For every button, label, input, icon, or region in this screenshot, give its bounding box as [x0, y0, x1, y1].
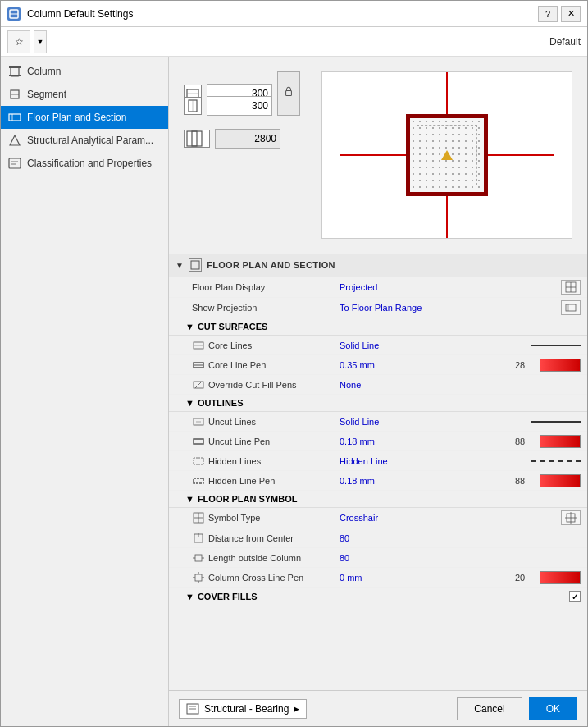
- floor-plan-display-icon[interactable]: [561, 280, 581, 295]
- depth-input[interactable]: [207, 96, 272, 116]
- core-lines-value: Solid Line: [340, 341, 525, 350]
- uncut-lines-value: Solid Line: [340, 417, 525, 427]
- sidebar-item-column[interactable]: Column: [1, 60, 168, 83]
- sidebar-item-structural-label: Structural Analytical Param...: [27, 135, 153, 146]
- sidebar-item-column-label: Column: [27, 66, 61, 77]
- cancel-button[interactable]: Cancel: [457, 697, 522, 720]
- hidden-line-pen-row[interactable]: Hidden Line Pen 0.18 mm 88: [169, 471, 587, 491]
- elevation-icon: [184, 130, 210, 148]
- cross-line-pen-icon: [192, 572, 205, 583]
- core-lines-label: Core Lines: [192, 340, 340, 351]
- hidden-lines-icon: [192, 455, 205, 467]
- core-line-pen-row[interactable]: Core Line Pen 0.35 mm 28: [169, 355, 587, 375]
- prop-area: ▼ FLOOR PLAN AND SECTION Floor Plan Disp…: [169, 254, 587, 690]
- svg-rect-46: [195, 574, 202, 581]
- ok-button[interactable]: OK: [529, 697, 577, 720]
- section-icon: [189, 258, 202, 272]
- svg-rect-4: [9, 75, 21, 76]
- distance-center-row[interactable]: Distance from Center 80: [169, 528, 587, 548]
- sidebar-item-classification[interactable]: Classification and Properties: [1, 152, 168, 175]
- hidden-lines-label: Hidden Lines: [192, 455, 340, 467]
- svg-rect-33: [194, 458, 203, 464]
- core-line-pen-number: 28: [515, 360, 540, 370]
- collapse-symbol[interactable]: ▼: [185, 494, 194, 504]
- favorites-button[interactable]: ☆: [7, 30, 30, 53]
- preview-canvas: [373, 81, 521, 229]
- main-window: Column Default Settings ? ✕ ☆ ▼ Default …: [0, 0, 588, 727]
- show-projection-icon[interactable]: [561, 300, 581, 315]
- cross-line-pen-label: Column Cross Line Pen: [192, 572, 340, 583]
- uncut-line-pen-color[interactable]: [540, 435, 581, 448]
- uncut-line-pen-number: 88: [515, 437, 540, 446]
- sidebar-item-floor-plan[interactable]: Floor Plan and Section: [1, 106, 168, 129]
- svg-rect-23: [566, 304, 576, 311]
- collapse-outlines[interactable]: ▼: [185, 398, 194, 408]
- core-line-pen-value: 0.35 mm: [340, 360, 515, 370]
- toolbar-left: ☆ ▼: [7, 30, 47, 53]
- cover-fills-checkbox[interactable]: ✓: [569, 591, 581, 602]
- override-cut-fill-value: None: [340, 380, 581, 390]
- uncut-line-pen-label: Uncut Line Pen: [192, 436, 340, 447]
- app-icon: [7, 7, 21, 21]
- sidebar-item-classification-label: Classification and Properties: [27, 158, 152, 169]
- show-projection-row[interactable]: Show Projection To Floor Plan Range: [169, 298, 587, 318]
- elevation-input[interactable]: [215, 129, 280, 149]
- crosshair-preview-icon[interactable]: [561, 510, 581, 525]
- triangle-marker: [441, 150, 453, 160]
- collapse-button[interactable]: ▼: [175, 261, 184, 270]
- hidden-line-pen-icon: [192, 475, 205, 487]
- column-preview-box: [406, 114, 488, 196]
- segment-icon: [7, 87, 22, 102]
- override-icon: [192, 379, 205, 391]
- sidebar-item-segment[interactable]: Segment: [1, 83, 168, 106]
- close-button[interactable]: ✕: [561, 6, 581, 22]
- uncut-lines-row[interactable]: Uncut Lines Solid Line: [169, 412, 587, 432]
- help-button[interactable]: ?: [538, 6, 558, 22]
- length-outside-row[interactable]: Length outside Column 80: [169, 548, 587, 568]
- floor-plan-display-value: Projected: [340, 282, 561, 292]
- svg-rect-19: [191, 261, 199, 269]
- right-panel: ▼ FLOOR PLAN AND SECTION Floor Plan Disp…: [169, 57, 587, 726]
- controls-area: [177, 65, 307, 245]
- toolbar: ☆ ▼ Default: [1, 27, 587, 57]
- favorites-dropdown[interactable]: ▼: [34, 30, 47, 53]
- core-line-pen-color[interactable]: [540, 359, 581, 372]
- outlines-header: ▼ OUTLINES: [169, 395, 587, 412]
- symbol-type-label: Symbol Type: [192, 512, 340, 524]
- svg-rect-14: [286, 91, 292, 96]
- core-line-pen-icon: [192, 359, 205, 371]
- uncut-line-pen-value: 0.18 mm: [340, 437, 515, 446]
- distance-center-value: 80: [340, 533, 581, 543]
- override-cut-fill-label: Override Cut Fill Pens: [192, 379, 340, 391]
- column-icon: [7, 64, 22, 79]
- core-line-pen-label: Core Line Pen: [192, 359, 340, 371]
- sidebar-item-structural[interactable]: Structural Analytical Param...: [1, 129, 168, 152]
- properties-scroll[interactable]: ▼ FLOOR PLAN AND SECTION Floor Plan Disp…: [169, 254, 587, 690]
- symbol-type-row[interactable]: Symbol Type Crosshair: [169, 508, 587, 528]
- collapse-cut[interactable]: ▼: [185, 322, 194, 331]
- hidden-line-pen-color[interactable]: [540, 474, 581, 487]
- uncut-line-pen-row[interactable]: Uncut Line Pen 0.18 mm 88: [169, 432, 587, 451]
- cover-fills-header: ▼ COVER FILLS ✓: [169, 588, 587, 606]
- uncut-lines-icon: [192, 416, 205, 428]
- hidden-lines-row[interactable]: Hidden Lines Hidden Line: [169, 451, 587, 471]
- structural-bearing-button[interactable]: Structural - Bearing ▶: [179, 699, 307, 719]
- structural-icon: [7, 133, 22, 148]
- cross-line-pen-color[interactable]: [540, 571, 581, 584]
- default-label: Default: [549, 36, 581, 48]
- distance-center-label: Distance from Center: [192, 533, 340, 544]
- cross-line-pen-row[interactable]: Column Cross Line Pen 0 mm 20: [169, 568, 587, 588]
- floor-plan-display-row[interactable]: Floor Plan Display Projected: [169, 277, 587, 298]
- column-inner: [417, 125, 477, 185]
- hidden-lines-value: Hidden Line: [340, 456, 525, 466]
- override-cut-fill-row[interactable]: Override Cut Fill Pens None: [169, 375, 587, 395]
- show-projection-label: Show Projection: [192, 303, 340, 313]
- collapse-cover-fills[interactable]: ▼: [185, 592, 194, 601]
- sidebar: Column Segment Floor Plan and Section St…: [1, 57, 169, 726]
- svg-rect-43: [195, 555, 202, 561]
- core-lines-row[interactable]: Core Lines Solid Line: [169, 336, 587, 355]
- hidden-line-pen-value: 0.18 mm: [340, 476, 515, 486]
- classification-icon: [7, 156, 22, 171]
- uncut-lines-preview: [531, 421, 581, 423]
- top-area: [169, 57, 587, 254]
